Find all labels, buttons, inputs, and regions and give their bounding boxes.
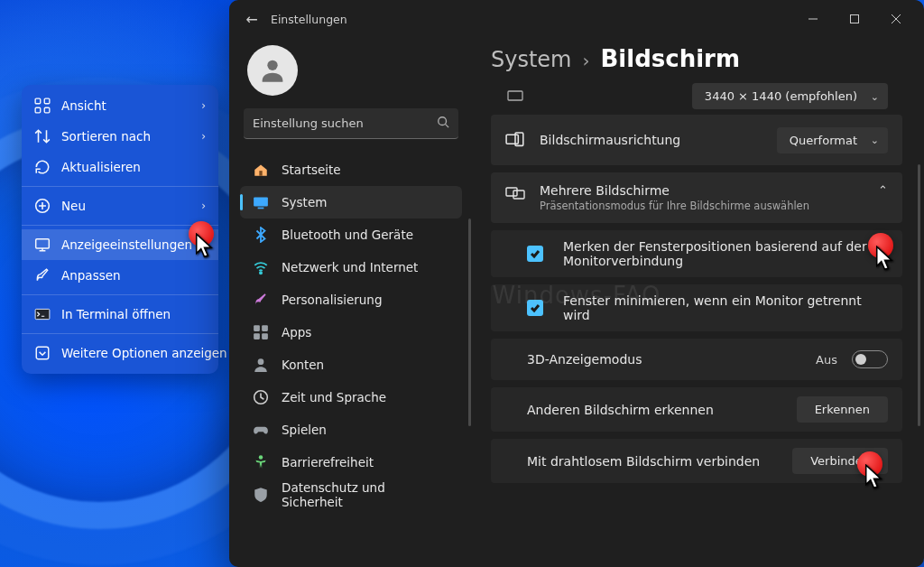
svg-rect-18: [262, 333, 268, 339]
ctx-item-more-options[interactable]: Weitere Optionen anzeigen: [22, 338, 218, 368]
refresh-icon: [34, 159, 51, 175]
separator: [22, 225, 218, 226]
orientation-select[interactable]: Querformat ⌄: [777, 127, 888, 153]
bluetooth-icon: [253, 227, 269, 243]
ctx-item-label: Neu: [61, 199, 190, 213]
svg-point-9: [267, 60, 277, 70]
3d-mode-toggle[interactable]: [852, 350, 888, 368]
svg-rect-1: [44, 98, 50, 104]
nav-label: System: [282, 195, 327, 209]
nav-label: Datenschutz und Sicherheit: [282, 480, 449, 509]
3d-mode-label: 3D-Anzeigemodus: [527, 352, 801, 367]
sidebar: Einstellung suchen Startseite System Blu…: [229, 38, 473, 567]
back-button[interactable]: ←: [236, 11, 267, 28]
nav-item-apps[interactable]: Apps: [240, 316, 462, 349]
checkbox-checked[interactable]: [527, 300, 543, 316]
sort-icon: [34, 128, 51, 144]
ctx-item-personalize[interactable]: Anpassen: [22, 260, 218, 291]
ctx-item-new[interactable]: Neu ›: [22, 191, 218, 221]
chevron-right-icon: ›: [201, 130, 206, 143]
wireless-display-row: Mit drahtlosem Bildschirm verbinden Verb…: [491, 439, 902, 483]
svg-rect-2: [35, 107, 41, 113]
minimize-on-disconnect-row[interactable]: Fenster minimieren, wenn ein Monitor get…: [491, 284, 902, 331]
search-input[interactable]: Einstellung suchen: [244, 108, 458, 139]
nav-item-network[interactable]: Netzwerk und Internet: [240, 251, 462, 284]
svg-rect-12: [254, 197, 268, 206]
ctx-item-sort[interactable]: Sortieren nach ›: [22, 121, 218, 152]
svg-rect-15: [254, 325, 260, 331]
svg-rect-23: [506, 135, 518, 144]
toggle-state: Aus: [816, 353, 837, 367]
chevron-right-icon: ›: [201, 200, 206, 212]
multi-title: Mehrere Bildschirme: [540, 183, 864, 198]
svg-rect-22: [508, 91, 522, 100]
minimize-button[interactable]: [792, 0, 834, 38]
remember-positions-row[interactable]: Merken der Fensterpositionen basierend a…: [491, 230, 902, 277]
detect-button[interactable]: Erkennen: [797, 396, 888, 423]
account-header[interactable]: [236, 38, 466, 108]
nav-item-system[interactable]: System: [240, 186, 462, 218]
ctx-item-label: Sortieren nach: [61, 129, 190, 144]
ctx-item-terminal[interactable]: In Terminal öffnen: [22, 299, 218, 330]
nav-label: Apps: [282, 325, 311, 339]
svg-rect-5: [36, 239, 50, 248]
accessibility-icon: [253, 454, 269, 470]
ctx-item-label: Ansicht: [61, 98, 190, 113]
content-scrollbar[interactable]: [918, 164, 920, 426]
ctx-item-label: Weitere Optionen anzeigen: [61, 346, 227, 360]
gamepad-icon: [253, 422, 269, 438]
svg-rect-25: [506, 188, 517, 196]
multi-displays-header[interactable]: Mehrere Bildschirme Präsentationsmodus f…: [491, 172, 902, 223]
ctx-item-view[interactable]: Ansicht ›: [22, 90, 218, 121]
more-icon: [34, 345, 51, 361]
svg-rect-17: [254, 333, 260, 339]
shield-icon: [253, 487, 269, 503]
chevron-right-icon: ›: [201, 99, 206, 112]
titlebar: ← Einstellungen: [229, 0, 924, 38]
svg-point-10: [439, 117, 447, 125]
resolution-select[interactable]: 3440 × 1440 (empfohlen) ⌄: [692, 83, 888, 109]
nav-label: Bluetooth und Geräte: [282, 228, 413, 242]
chevron-down-icon: ⌄: [871, 90, 879, 102]
3d-mode-row: 3D-Anzeigemodus Aus: [491, 339, 902, 380]
search-icon: [437, 116, 449, 131]
orientation-row[interactable]: Bildschirmausrichtung Querformat ⌄: [491, 115, 902, 165]
svg-rect-6: [35, 309, 50, 319]
window-title: Einstellungen: [271, 13, 347, 26]
system-icon: [253, 194, 269, 210]
svg-rect-7: [36, 347, 49, 359]
nav-item-gaming[interactable]: Spielen: [240, 414, 462, 446]
wireless-label: Mit drahtlosem Bildschirm verbinden: [527, 454, 778, 469]
breadcrumb-leaf: Bildschirm: [601, 45, 740, 72]
nav-item-personalization[interactable]: Personalisierung: [240, 284, 462, 316]
nav-label: Netzwerk und Internet: [282, 260, 418, 274]
plus-circle-icon: [34, 198, 51, 214]
detect-display-row: Anderen Bildschirm erkennen Erkennen: [491, 387, 902, 432]
grid-icon: [34, 98, 51, 114]
ctx-item-label: Anpassen: [61, 268, 206, 283]
sidebar-scrollbar[interactable]: [468, 218, 471, 426]
nav-item-accessibility[interactable]: Barrierefreiheit: [240, 446, 462, 479]
resolution-icon: [505, 90, 525, 103]
chevron-down-icon: ⌄: [871, 135, 879, 146]
breadcrumb: System › Bildschirm: [478, 38, 902, 83]
nav-item-privacy[interactable]: Datenschutz und Sicherheit: [240, 479, 462, 511]
chevron-right-icon: ›: [583, 50, 590, 71]
checkbox-checked[interactable]: [527, 246, 543, 262]
svg-rect-13: [258, 208, 264, 209]
ctx-item-refresh[interactable]: Aktualisieren: [22, 152, 218, 182]
nav-item-bluetooth[interactable]: Bluetooth und Geräte: [240, 218, 462, 251]
separator: [22, 333, 218, 334]
nav-label: Spielen: [282, 423, 327, 437]
nav-item-accounts[interactable]: Konten: [240, 349, 462, 381]
main-content: System › Bildschirm 3440 × 1440 (empfohl…: [473, 38, 924, 567]
close-button[interactable]: [875, 0, 917, 38]
resolution-value: 3440 × 1440 (empfohlen): [705, 89, 857, 103]
svg-rect-11: [259, 171, 262, 176]
breadcrumb-root[interactable]: System: [491, 47, 572, 72]
nav-item-home[interactable]: Startseite: [240, 153, 462, 186]
svg-point-19: [258, 358, 264, 365]
maximize-button[interactable]: [834, 0, 875, 38]
paint-icon: [253, 292, 269, 308]
nav-item-time-language[interactable]: Zeit und Sprache: [240, 381, 462, 414]
